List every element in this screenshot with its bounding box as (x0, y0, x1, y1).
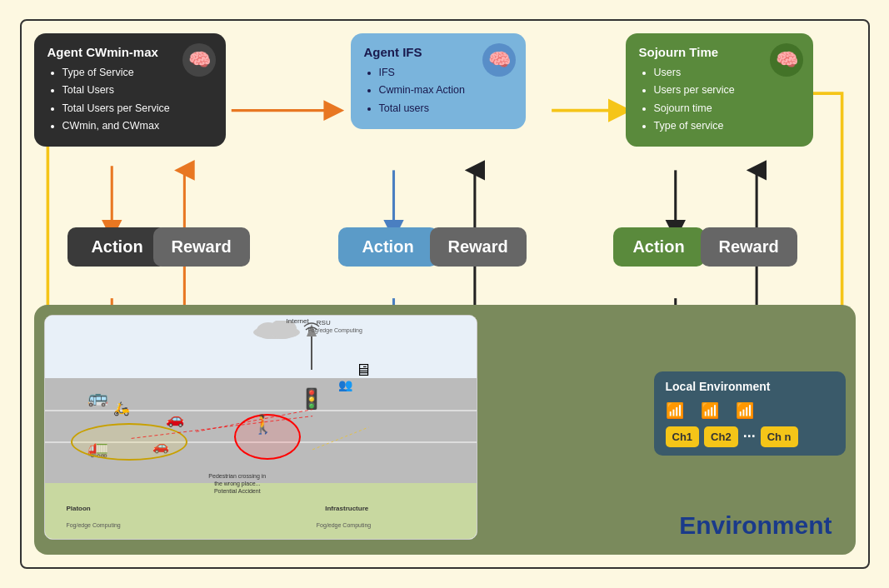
channel-chn: Ch n (761, 426, 798, 447)
local-env-title: Local Environment (666, 380, 834, 393)
agents-row: Agent CWmin-max Type of Service Total Us… (34, 33, 856, 147)
svg-text:🧠: 🧠 (775, 48, 798, 71)
pedestrian-label: Pedestrian crossing inthe wrong place...… (208, 472, 266, 495)
traffic-light-icon: 🚦 (299, 387, 324, 411)
sojourn-bullet-3: Sojourn time (654, 100, 800, 117)
wifi-green-1: 📶 (666, 401, 684, 420)
agent-cwmin-box: Agent CWmin-max Type of Service Total Us… (34, 33, 226, 147)
channel-ch2: Ch2 (704, 426, 738, 447)
environment-container: Environment Internet (34, 305, 856, 555)
cwmin-bullet-3: Total Users per Service (62, 100, 212, 117)
wifi-red: 📶 (701, 401, 719, 420)
svg-text:🧠: 🧠 (487, 48, 511, 71)
car-vehicle: 🚗 (166, 410, 184, 428)
environment-label: Environment (679, 511, 832, 540)
brain-icon-ifs: 🧠 (481, 42, 517, 78)
reward3-box: Reward (701, 227, 797, 267)
main-container: Agent CWmin-max Type of Service Total Us… (20, 19, 870, 569)
channels-row: Ch1 Ch2 ··· Ch n (666, 426, 834, 447)
platoon-label: Platoon (66, 505, 90, 512)
rsu-label: RSU (317, 319, 331, 326)
sojourn-bullet-2: Users per service (654, 82, 800, 99)
sojourn-bullet-4: Type of service (654, 117, 800, 135)
scooter-vehicle: 🛵 (113, 401, 130, 416)
brain-icon-sojourn: 🧠 (768, 42, 805, 78)
channel-ch1: Ch1 (666, 426, 700, 447)
wifi-icons-row: 📶 📶 📶 (666, 401, 834, 420)
platoon-fog-label: Fog/edge Computing (66, 522, 120, 528)
infra-fog-label: Fog/edge Computing (317, 522, 371, 528)
agent-sojourn-box: Sojourn Time Users Users per service Soj… (626, 33, 813, 147)
diagram-area: Internet (44, 315, 477, 540)
pedestrian-icon: 🚶 (252, 414, 274, 436)
reward1-box: Reward (153, 227, 250, 267)
svg-rect-20 (311, 336, 312, 370)
local-environment-box: Local Environment 📶 📶 📶 Ch1 Ch2 ··· Ch n (654, 371, 846, 456)
ifs-bullet-3: Total users (379, 100, 512, 117)
brain-icon-cwmin: 🧠 (181, 42, 217, 78)
wifi-green-2: 📶 (736, 401, 754, 420)
channel-dots: ··· (743, 428, 756, 446)
agent-ifs-box: Agent IFS IFS Cwmin-max Action Total use… (351, 33, 526, 129)
people-icon: 👥 (338, 378, 352, 391)
fog-edge-label: Fog/edge Computing (307, 327, 362, 333)
infra-label: Infrastructure (325, 505, 368, 512)
reward2-box: Reward (430, 227, 527, 267)
platoon-ellipse (71, 423, 187, 461)
server-icon: 🖥 (355, 361, 372, 380)
action1-box: Action (67, 227, 167, 267)
ifs-bullet-2: Cwmin-max Action (379, 82, 512, 99)
cwmin-bullet-2: Total Users (62, 82, 212, 99)
action3-box: Action (613, 227, 705, 267)
cwmin-bullet-4: CWmin, and CWmax (62, 117, 212, 135)
action2-box: Action (338, 227, 438, 267)
bus-vehicle: 🚌 (87, 387, 108, 407)
svg-text:🧠: 🧠 (187, 48, 211, 71)
road-scene: Internet (45, 316, 477, 539)
